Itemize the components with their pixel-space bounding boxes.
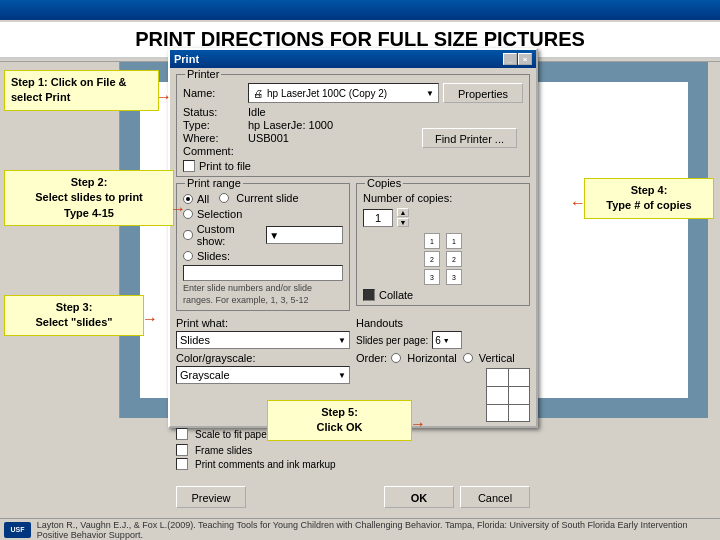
step2-callout: Step 2:Select slides to printType 4-15 <box>4 170 174 226</box>
print-range-col: Print range All Current slide <box>176 183 350 311</box>
options-row2: Frame slides <box>176 444 530 456</box>
step3-arrow-icon: → <box>142 310 158 328</box>
slides-hint: Enter slide numbers and/or slide ranges.… <box>183 283 343 306</box>
custom-show-dropdown[interactable]: ▼ <box>266 226 343 244</box>
vertical-label: Vertical <box>479 352 515 364</box>
horizontal-radio[interactable] <box>391 353 401 363</box>
selection-radio-row: Selection <box>183 208 343 220</box>
print-to-file-label: Print to file <box>199 160 251 172</box>
collate-sheet2: 2 <box>424 251 440 267</box>
printer-group-title: Printer <box>185 68 221 80</box>
copies-up-btn[interactable]: ▲ <box>397 208 409 217</box>
properties-button[interactable]: Properties <box>443 83 523 103</box>
step5-text: Step 5:Click OK <box>317 406 363 433</box>
horizontal-label: Horizontal <box>407 352 457 364</box>
vertical-radio[interactable] <box>463 353 473 363</box>
print-range-title: Print range <box>185 177 243 189</box>
collate-sheet4: 1 <box>446 233 462 249</box>
step5-arrow-icon: → <box>410 415 426 433</box>
dialog-title: Print <box>174 53 199 65</box>
print-what-col: Print what: Slides ▼ Color/grayscale: Gr… <box>176 317 350 387</box>
footer-logo: USF <box>4 522 31 538</box>
custom-show-radio[interactable] <box>183 230 193 240</box>
options-row3: Print comments and ink markup <box>176 458 530 470</box>
copies-group: Copies Number of copies: 1 ▲ ▼ <box>356 183 530 306</box>
slides-input[interactable] <box>183 265 343 281</box>
dialog-title-bar: Print _ × <box>170 50 536 68</box>
handout-grid <box>486 368 530 422</box>
preview-button[interactable]: Preview <box>176 486 246 508</box>
selection-label: Selection <box>197 208 242 220</box>
dialog-close-btn[interactable]: × <box>518 53 532 65</box>
collate-checkbox[interactable] <box>363 289 375 301</box>
print-what-dropdown[interactable]: Slides ▼ <box>176 331 350 349</box>
dialog-buttons: Preview OK Cancel <box>170 480 536 514</box>
step1-text: Step 1: Click on File & select Print <box>11 76 127 103</box>
printer-name: hp LaserJet 100C (Copy 2) <box>267 88 387 99</box>
comments-checkbox[interactable] <box>176 458 188 470</box>
slides-label: Slides: <box>197 250 230 262</box>
type-value: hp LaserJe: 1000 <box>248 119 333 131</box>
copies-row: Number of copies: <box>363 192 523 204</box>
step3-text: Step 3:Select "slides" <box>35 301 112 328</box>
printer-icon: 🖨 <box>253 88 263 99</box>
printer-dropdown[interactable]: 🖨 hp LaserJet 100C (Copy 2) ▼ <box>248 83 439 103</box>
print-to-file-row: Print to file <box>183 160 523 172</box>
slides-radio-row: Slides: <box>183 250 343 262</box>
step4-text: Step 4:Type # of copies <box>606 184 691 211</box>
print-range-group: Print range All Current slide <box>176 183 350 311</box>
type-label: Type: <box>183 119 248 131</box>
color-arrow: ▼ <box>338 371 346 380</box>
frame-label: Frame slides <box>195 445 252 456</box>
current-slide-radio[interactable] <box>219 193 229 203</box>
footer-bar: USF Layton R., Vaughn E.J., & Fox L.(200… <box>0 518 720 540</box>
collate-sheet5: 2 <box>446 251 462 267</box>
frame-checkbox[interactable] <box>176 444 188 456</box>
comment-label: Comment: <box>183 145 248 157</box>
slides-per-page-label: Slides per page: <box>356 335 428 346</box>
copies-spinner[interactable]: 1 <box>363 209 393 227</box>
status-label: Status: <box>183 106 248 118</box>
hg-cell1 <box>487 369 508 386</box>
dialog-minimize-btn[interactable]: _ <box>503 53 517 65</box>
print-to-file-checkbox[interactable] <box>183 160 195 172</box>
ok-button[interactable]: OK <box>384 486 454 508</box>
printer-group: Printer Name: 🖨 hp LaserJet 100C (Copy 2… <box>176 74 530 177</box>
step1-callout: Step 1: Click on File & select Print <box>4 70 159 111</box>
handouts-label: Handouts <box>356 317 530 329</box>
num-copies-label: Number of copies: <box>363 192 452 204</box>
step3-callout: Step 3:Select "slides" <box>4 295 144 336</box>
copies-group-title: Copies <box>365 177 403 189</box>
hg-cell4 <box>509 387 530 404</box>
where-label: Where: <box>183 132 248 144</box>
find-printer-button[interactable]: Find Printer ... <box>422 128 517 148</box>
scale-label: Scale to fit paper <box>195 429 270 440</box>
copies-down-btn[interactable]: ▼ <box>397 218 409 227</box>
collate-sheet6: 3 <box>446 269 462 285</box>
all-label: All <box>197 193 209 205</box>
print-what-value: Slides <box>180 334 210 346</box>
color-dropdown[interactable]: Grayscale ▼ <box>176 366 350 384</box>
comments-label: Print comments and ink markup <box>195 459 336 470</box>
order-row: Order: Horizontal Vertical <box>356 352 530 364</box>
where-value: USB001 <box>248 132 289 144</box>
hg-cell2 <box>509 369 530 386</box>
slides-per-page-value: 6 <box>435 335 441 346</box>
hg-cell5 <box>487 405 508 422</box>
copies-value: 1 <box>375 212 381 224</box>
dialog-title-controls: _ × <box>503 53 532 65</box>
cancel-button[interactable]: Cancel <box>460 486 530 508</box>
range-copies-row: Print range All Current slide <box>176 183 530 311</box>
step4-arrow-icon: ← <box>570 194 586 212</box>
slides-radio[interactable] <box>183 251 193 261</box>
step2-text: Step 2:Select slides to printType 4-15 <box>35 176 143 219</box>
scale-checkbox[interactable] <box>176 428 188 440</box>
spp-arrow: ▼ <box>443 337 450 344</box>
pp-title-bar <box>0 0 720 20</box>
step1-arrow-icon: → <box>156 88 172 106</box>
slides-per-page-dropdown[interactable]: 6 ▼ <box>432 331 462 349</box>
print-what-arrow: ▼ <box>338 336 346 345</box>
name-label: Name: <box>183 87 248 99</box>
collate-sheet3: 3 <box>424 269 440 285</box>
hg-cell3 <box>487 387 508 404</box>
